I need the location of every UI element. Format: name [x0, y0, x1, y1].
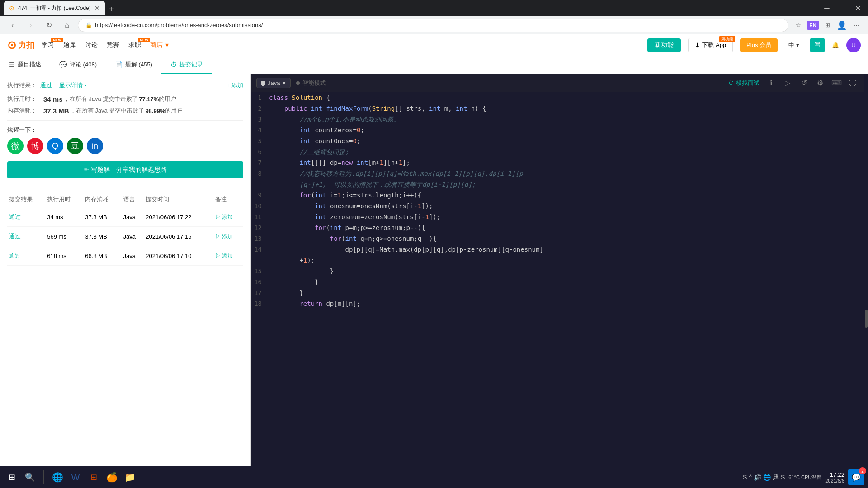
system-tray: S ^ 🔊 🌐 典 S: [743, 473, 785, 481]
en-icon[interactable]: EN: [807, 21, 819, 30]
tab-solutions[interactable]: 📄 题解 (455): [106, 56, 161, 74]
tray-icon-1[interactable]: S: [743, 474, 747, 481]
mock-interview-btn[interactable]: ⏱ 模拟面试: [728, 79, 760, 87]
tab-submissions[interactable]: ⏱ 提交记录: [161, 56, 212, 74]
teams-chat-button[interactable]: 💬 2: [848, 469, 864, 485]
language-dropdown[interactable]: ● Java ▾: [256, 78, 291, 88]
new-feature-button[interactable]: 新功能: [647, 38, 681, 52]
lang-arrow: ▾: [283, 80, 286, 86]
code-editor[interactable]: 1 class Solution { 2 public int findMaxF…: [251, 92, 864, 466]
new-tab-button[interactable]: +: [105, 3, 118, 15]
linkedin-share-icon[interactable]: in: [87, 138, 103, 154]
row3-status[interactable]: 通过: [7, 246, 45, 266]
smart-mode-toggle[interactable]: 智能模式: [296, 79, 326, 87]
row1-status[interactable]: 通过: [7, 207, 45, 227]
lang-selector[interactable]: 中 ▾: [785, 39, 803, 51]
chat-badge: 2: [859, 467, 866, 474]
row1-note-btn[interactable]: ▷ 添加: [215, 213, 233, 221]
row2-status[interactable]: 通过: [7, 227, 45, 246]
url-text: https://leetcode-cn.com/problems/ones-an…: [95, 22, 263, 28]
editor-scrollbar[interactable]: [864, 74, 868, 466]
nav-item-problems[interactable]: 题库: [63, 41, 76, 49]
tray-icon-2[interactable]: ^: [749, 474, 752, 481]
weibo-share-icon[interactable]: 博: [27, 138, 43, 154]
network-icon[interactable]: 🌐: [763, 474, 771, 481]
wechat-share-icon[interactable]: 微: [7, 138, 24, 154]
row2-time: 569 ms: [45, 227, 83, 246]
mock-interview-label: 模拟面试: [736, 79, 760, 87]
row1-submit-time: 2021/06/06 17:22: [144, 207, 213, 227]
code-line-14: 14 dp[p][q]=Math.max(dp[p][q],dp[p-zeros…: [251, 244, 864, 255]
download-badge: 新功能: [719, 36, 735, 42]
url-bar[interactable]: 🔒 https://leetcode-cn.com/problems/ones-…: [78, 19, 788, 32]
solutions-icon: 📄: [115, 61, 123, 68]
windows-taskbar: ⊞ 🔍 🌐 W ⊞ 🍊 📁 S ^ 🔊 🌐 典 S 61°C CPU温度 17:…: [0, 466, 868, 488]
tab-description[interactable]: ☰ 题目描述: [0, 56, 50, 74]
search-taskbar-icon[interactable]: 🔍: [22, 469, 38, 485]
tab-title: 474. 一和零 - 力扣 (LeetCode): [18, 5, 91, 12]
nav-item-contest[interactable]: 竞赛: [107, 41, 119, 49]
download-app-button[interactable]: ⬇ 下载 App 新功能: [688, 38, 733, 52]
user-avatar[interactable]: U: [846, 38, 861, 52]
tab-comments[interactable]: 💬 评论 (408): [50, 56, 106, 74]
time-percent: 77.17%: [139, 96, 159, 103]
chat-icon[interactable]: 写: [810, 38, 825, 52]
notification-icon[interactable]: 🔔: [828, 38, 843, 52]
fullscreen-icon[interactable]: ⛶: [846, 77, 859, 89]
menu-icon[interactable]: ⋯: [850, 19, 863, 32]
smart-dot-icon: [296, 81, 300, 85]
close-button[interactable]: ✕: [851, 1, 864, 15]
nav-item-learn[interactable]: 学习 NEW: [42, 41, 54, 49]
tab-favicon: ⊙: [9, 5, 14, 12]
app5-icon[interactable]: 🍊: [104, 469, 120, 485]
tab-submissions-label: 提交记录: [179, 61, 203, 69]
back-button[interactable]: ‹: [5, 18, 20, 33]
tray-icon-5[interactable]: 典: [773, 473, 779, 481]
bookmark-icon[interactable]: ☆: [792, 19, 805, 32]
home-button[interactable]: ⌂: [60, 18, 74, 33]
row3-note-btn[interactable]: ▷ 添加: [215, 252, 233, 260]
qq-share-icon[interactable]: Q: [47, 138, 63, 154]
folder-icon[interactable]: 📁: [122, 469, 138, 485]
add-note-btn[interactable]: + 添加: [226, 81, 243, 89]
info-icon[interactable]: ℹ: [765, 77, 778, 89]
write-solution-button[interactable]: ✏ 写题解，分享我的解题思路: [7, 161, 243, 178]
profile-icon[interactable]: 👤: [835, 19, 848, 32]
plus-member-button[interactable]: Plus 会员: [740, 38, 778, 52]
share-label: 炫耀一下：: [7, 126, 243, 134]
table-row: 通过 618 ms 66.8 MB Java 2021/06/06 17:10 …: [7, 246, 243, 266]
start-button[interactable]: ⊞: [4, 469, 20, 485]
edge-browser-icon[interactable]: 🌐: [49, 469, 66, 485]
refresh-button[interactable]: ↻: [42, 18, 56, 33]
settings-icon[interactable]: ⚙: [814, 77, 826, 89]
scrollbar-thumb[interactable]: [865, 310, 868, 328]
tray-icon-6[interactable]: S: [781, 474, 785, 481]
minimize-button[interactable]: ─: [820, 1, 834, 15]
show-detail-link[interactable]: 显示详情 ›: [59, 81, 86, 89]
mem-row: 内存消耗： 37.3 MB ，在所有 Java 提交中击败了 98.99% 的用…: [7, 107, 243, 115]
run-icon[interactable]: ▷: [781, 77, 794, 89]
nav-item-discuss[interactable]: 讨论: [85, 41, 98, 49]
lc-nav-items: 学习 NEW 题库 讨论 竞赛 求职 NEW 商店 ▾: [42, 41, 169, 49]
nav-item-store[interactable]: 商店 ▾: [150, 41, 169, 49]
code-line-14b: +1);: [251, 255, 864, 266]
douban-share-icon[interactable]: 豆: [67, 138, 83, 154]
tab-close-btn[interactable]: ✕: [94, 5, 100, 12]
col-status: 提交结果: [7, 192, 45, 207]
maximize-button[interactable]: □: [835, 1, 849, 15]
tab-bar: ⊙ 474. 一和零 - 力扣 (LeetCode) ✕ +: [4, 1, 118, 15]
word-icon[interactable]: W: [67, 469, 84, 485]
row2-note-btn[interactable]: ▷ 添加: [215, 233, 233, 240]
row2-lang: Java: [122, 227, 144, 246]
refresh-icon[interactable]: ↺: [797, 77, 810, 89]
keyboard-icon[interactable]: ⌨: [830, 77, 843, 89]
mem-value: 37.3 MB: [43, 107, 69, 115]
nav-item-jobs[interactable]: 求职 NEW: [128, 41, 141, 49]
extensions-icon[interactable]: ⊞: [821, 19, 834, 32]
lc-logo[interactable]: ⊙ 力扣: [7, 39, 34, 52]
forward-button[interactable]: ›: [24, 18, 38, 33]
app4-icon[interactable]: ⊞: [85, 469, 102, 485]
speaker-icon[interactable]: 🔊: [754, 474, 761, 481]
system-clock[interactable]: 17:22 2021/6/6: [825, 471, 844, 483]
active-tab[interactable]: ⊙ 474. 一和零 - 力扣 (LeetCode) ✕: [4, 1, 105, 15]
